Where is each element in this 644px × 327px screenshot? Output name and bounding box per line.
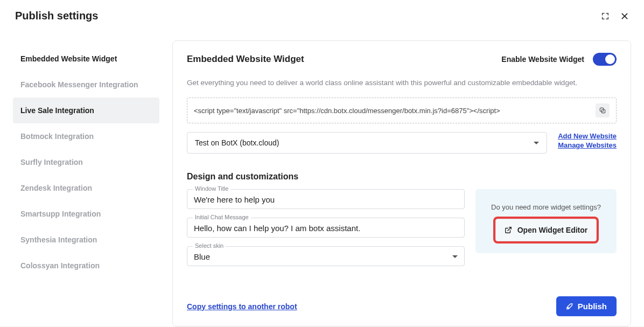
sidebar-item-smartsupp[interactable]: Smartsupp Integration — [13, 201, 159, 227]
sidebar-item-zendesk[interactable]: Zendesk Integration — [13, 175, 159, 201]
sidebar-item-live-sale[interactable]: Live Sale Integration — [13, 98, 159, 123]
publish-button[interactable]: Publish — [556, 296, 617, 316]
sidebar: Embedded Website Widget Facebook Messeng… — [13, 40, 159, 326]
website-links: Add New Website Manage Websites — [558, 132, 617, 149]
main-panel: Embedded Website Widget Enable Website W… — [172, 40, 631, 326]
sidebar-item-colossyan[interactable]: Colossyan Integration — [13, 253, 159, 279]
sidebar-item-synthesia[interactable]: Synthesia Integration — [13, 227, 159, 253]
promo-question: Do you need more widget settings? — [483, 203, 609, 211]
initial-message-value: Hello, how can I help you? I am botx ass… — [194, 224, 458, 233]
close-icon[interactable] — [620, 12, 629, 20]
add-website-link[interactable]: Add New Website — [558, 132, 617, 140]
open-widget-editor-button[interactable]: Open Widget Editor — [495, 219, 597, 241]
sidebar-item-facebook-messenger[interactable]: Facebook Messenger Integration — [13, 72, 159, 98]
section-description: Get everything you need to deliver a wor… — [187, 79, 617, 87]
script-snippet-box: <script type="text/javascript" src="http… — [187, 98, 617, 123]
window-title-label: Window Title — [193, 185, 230, 192]
chevron-down-icon — [534, 142, 539, 144]
design-section-title: Design and customizations — [187, 172, 617, 182]
expand-icon[interactable] — [601, 12, 610, 20]
website-row: Test on BotX (botx.cloud) Add New Websit… — [187, 132, 617, 154]
skin-select[interactable]: Select skin Blue — [187, 246, 465, 266]
publish-label: Publish — [578, 302, 607, 311]
page-header: Publish settings — [0, 0, 644, 30]
open-widget-editor-label: Open Widget Editor — [517, 226, 588, 234]
initial-message-field[interactable]: Initial Chat Message Hello, how can I he… — [187, 218, 465, 238]
script-snippet-text: <script type="text/javascript" src="http… — [194, 107, 500, 115]
enable-toggle-group: Enable Website Widget — [501, 53, 617, 66]
enable-label: Enable Website Widget — [501, 55, 584, 64]
rocket-icon — [566, 303, 573, 310]
website-select-value: Test on BotX (botx.cloud) — [195, 138, 279, 147]
sidebar-item-embedded-widget[interactable]: Embedded Website Widget — [13, 46, 159, 72]
window-title-field[interactable]: Window Title We're here to help you — [187, 189, 465, 209]
main-top: Embedded Website Widget Enable Website W… — [187, 53, 617, 66]
skin-label: Select skin — [193, 242, 226, 249]
copy-settings-link[interactable]: Copy settings to another robot — [187, 302, 297, 311]
footer: Copy settings to another robot Publish — [187, 279, 617, 316]
enable-widget-toggle[interactable] — [593, 53, 617, 66]
manage-websites-link[interactable]: Manage Websites — [558, 141, 617, 149]
skin-value: Blue — [194, 252, 210, 261]
copy-script-button[interactable] — [596, 103, 610, 117]
design-fields: Window Title We're here to help you Init… — [187, 189, 465, 266]
chevron-down-icon — [452, 255, 458, 258]
window-title-value: We're here to help you — [194, 195, 458, 204]
widget-editor-promo: Do you need more widget settings? Open W… — [475, 189, 617, 253]
page-title: Publish settings — [15, 10, 98, 22]
body: Embedded Website Widget Facebook Messeng… — [0, 30, 644, 326]
section-title: Embedded Website Widget — [187, 54, 304, 65]
header-actions — [601, 12, 629, 20]
website-select[interactable]: Test on BotX (botx.cloud) — [187, 132, 547, 154]
external-link-icon — [505, 226, 512, 234]
sidebar-item-botmock[interactable]: Botmock Integration — [13, 123, 159, 149]
design-row: Window Title We're here to help you Init… — [187, 189, 617, 266]
sidebar-item-surfly[interactable]: Surfly Integration — [13, 149, 159, 175]
initial-message-label: Initial Chat Message — [193, 214, 251, 220]
